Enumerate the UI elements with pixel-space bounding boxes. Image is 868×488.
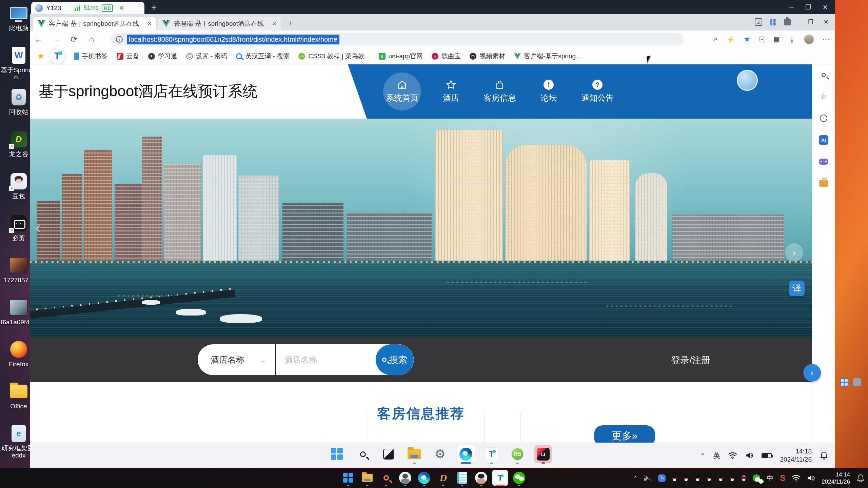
qq-icon[interactable]	[707, 475, 712, 482]
doubao-button[interactable]	[473, 470, 489, 486]
sidebar-panel-icon[interactable]: ▤	[773, 35, 780, 43]
url-text[interactable]: localhost:8080/springboot661n2sd8/front/…	[127, 35, 339, 44]
vm-clock[interactable]: 14:15 2024/11/26	[780, 447, 812, 464]
address-bar[interactable]: i localhost:8080/springboot661n2sd8/fron…	[111, 33, 684, 45]
nav-item-home[interactable]: 系统首页	[382, 75, 422, 108]
favorites-star-icon[interactable]: ★	[37, 52, 45, 61]
download-icon[interactable]: ⭳	[789, 36, 795, 43]
restore-icon[interactable]: ❐	[808, 18, 813, 26]
ime-indicator[interactable]: 中	[767, 474, 773, 483]
hidden-icons-chevron[interactable]: ⌃	[633, 475, 638, 482]
bookmark-star-icon[interactable]: ★	[744, 35, 750, 44]
hidden-icons-chevron[interactable]: ⌃	[700, 452, 705, 459]
close-icon[interactable]: ✕	[823, 3, 828, 11]
home-icon[interactable]: ⌂	[83, 35, 100, 44]
sogou-icon[interactable]: S	[780, 473, 785, 483]
more-button[interactable]: 更多»	[594, 425, 655, 443]
qq-icon[interactable]	[684, 475, 689, 482]
bookmark-item[interactable]: 云盘	[117, 52, 139, 61]
qq-icon[interactable]	[672, 475, 677, 482]
nav-item-notice[interactable]: ? 通知公告	[578, 75, 617, 108]
bookmark-item[interactable]: 英汉互译 - 搜索	[236, 52, 290, 61]
edge-browser-button[interactable]	[457, 445, 475, 463]
hs-app-button[interactable]: HS	[509, 445, 526, 463]
maximize-icon[interactable]: ❐	[805, 3, 811, 11]
widget-gray-icon[interactable]	[853, 378, 861, 386]
hd-quality-badge[interactable]: HD	[102, 4, 113, 12]
back-icon[interactable]: ←	[30, 35, 47, 44]
remote-session-tab[interactable]: Y123 51ms HD ✕	[31, 2, 144, 14]
extension-icon[interactable]	[784, 19, 791, 25]
close-tab-icon[interactable]: ✕	[147, 20, 152, 27]
wifi-icon[interactable]	[792, 475, 801, 482]
t-app-logo[interactable]: T	[50, 48, 65, 64]
settings-button[interactable]: ⚙	[431, 445, 449, 463]
t-app-button-active[interactable]: T	[492, 470, 508, 486]
login-register-link[interactable]: 登录/注册	[671, 354, 710, 366]
refresh-icon[interactable]: ⟳	[65, 35, 83, 44]
bookmark-item[interactable]: ♪歌曲宝	[432, 52, 461, 61]
tab-count-icon[interactable]: 2	[755, 18, 762, 26]
search-button[interactable]: 搜索	[376, 344, 414, 375]
history-clock-icon[interactable]	[818, 113, 829, 123]
nav-item-hotel[interactable]: 酒店	[439, 75, 462, 108]
task-view-button[interactable]	[380, 445, 397, 463]
battery-icon[interactable]	[762, 453, 772, 458]
edge-browser-button[interactable]	[416, 470, 432, 486]
start-button[interactable]	[340, 470, 356, 486]
bookmark-item[interactable]: </>CSS3 教程 | 菜鸟教...	[298, 52, 370, 61]
bookmark-item[interactable]: 客户端-基于spring...	[514, 52, 581, 61]
search-category-select[interactable]: 酒店名称 ⌄	[198, 344, 275, 375]
profile-avatar[interactable]	[804, 35, 814, 44]
favorites-star-icon[interactable]: ☆	[818, 92, 829, 102]
t-app-button[interactable]: T	[483, 445, 500, 463]
more-menu-icon[interactable]: ⋯	[823, 35, 829, 43]
widget-grid-icon[interactable]	[840, 378, 848, 386]
new-session-button[interactable]: +	[151, 2, 157, 14]
file-explorer-button[interactable]	[359, 470, 375, 486]
start-button[interactable]	[328, 445, 346, 463]
minimize-icon[interactable]: ─	[793, 18, 798, 26]
games-icon[interactable]	[818, 157, 829, 167]
intellij-button[interactable]: IJ	[534, 445, 552, 463]
qq-icon[interactable]	[695, 475, 700, 482]
avatar-app-button[interactable]	[397, 470, 413, 486]
carousel-next-icon[interactable]: ›	[785, 243, 803, 262]
apps-grid-icon[interactable]	[770, 19, 776, 25]
qq-icon[interactable]	[741, 475, 746, 482]
qq-icon[interactable]	[718, 475, 723, 482]
notification-bell-icon[interactable]	[856, 474, 865, 483]
qq-icon[interactable]	[730, 475, 735, 482]
notepad-button[interactable]	[454, 470, 470, 486]
flash-icon[interactable]: ⚡	[726, 35, 735, 43]
notification-bell-icon[interactable]	[820, 451, 828, 460]
wechat-tray-icon[interactable]	[753, 474, 760, 482]
nav-item-forum[interactable]: ! 论坛	[537, 75, 560, 108]
sync-clock-icon[interactable]	[658, 474, 666, 482]
minimize-icon[interactable]: ─	[789, 3, 794, 11]
close-icon[interactable]: ✕	[824, 18, 829, 26]
bookmark-item[interactable]: m视频素材	[470, 52, 505, 61]
search-app-button[interactable]	[378, 470, 394, 486]
muted-speaker-icon[interactable]	[644, 475, 652, 481]
ime-indicator[interactable]: 英	[713, 451, 720, 460]
search-button[interactable]	[354, 445, 372, 463]
dragon-nest-button[interactable]: D	[435, 470, 451, 486]
browser-tab-client[interactable]: 客户端-基于springboot酒店在线 ✕	[33, 17, 156, 30]
reading-list-icon[interactable]: ⎘	[759, 36, 765, 43]
forward-icon[interactable]: →	[47, 35, 65, 44]
nav-item-rooms[interactable]: 客房信息	[480, 75, 519, 108]
ai-assistant-icon[interactable]: AI	[818, 135, 829, 145]
bookmark-item[interactable]: 设置 - 密码	[186, 52, 228, 61]
user-avatar[interactable]	[737, 70, 758, 91]
bookmark-item[interactable]: ✈学习通	[148, 52, 177, 61]
close-tab-icon[interactable]: ✕	[272, 20, 277, 27]
wifi-icon[interactable]	[728, 452, 737, 459]
speaker-icon[interactable]	[745, 452, 753, 459]
side-panel-toggle[interactable]: ‹	[803, 364, 821, 382]
bookmark-item[interactable]: 手机书签	[74, 52, 108, 61]
close-session-icon[interactable]: ✕	[119, 4, 124, 12]
wechat-button[interactable]	[511, 470, 527, 486]
site-info-icon[interactable]: i	[116, 36, 123, 43]
bookmark-item[interactable]: uuni-app官网	[379, 52, 423, 61]
